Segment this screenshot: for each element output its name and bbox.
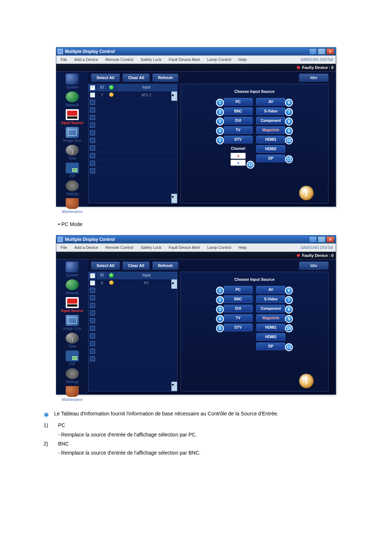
row-checkbox[interactable]	[90, 349, 95, 354]
source-dvi-button[interactable]: 3DVI	[224, 117, 253, 124]
row-checkbox[interactable]	[90, 153, 95, 158]
row-checkbox[interactable]	[90, 168, 95, 173]
row-checkbox[interactable]	[90, 333, 95, 338]
row-checkbox[interactable]	[90, 145, 95, 151]
source-magicinfo-button[interactable]: 9MagicInfo	[256, 126, 285, 134]
row-checkbox[interactable]	[90, 295, 95, 300]
sidebar-item-network[interactable]: Network	[58, 279, 86, 295]
source-av-button[interactable]: 6AV	[256, 98, 285, 106]
row-checkbox[interactable]	[90, 280, 95, 286]
header-input[interactable]: Input	[116, 272, 177, 279]
scroll-down-button[interactable]: ▾	[171, 194, 177, 203]
sidebar-item-image-size[interactable]: Image Size	[58, 127, 86, 143]
minimize-button[interactable]: _	[309, 236, 317, 243]
source-component-button[interactable]: 8Component	[256, 117, 285, 124]
menu-fault[interactable]: Fault Device Alert	[165, 56, 204, 63]
scroll-up-button[interactable]: ▴	[171, 91, 177, 101]
source-av-button[interactable]: 6AV	[256, 286, 285, 294]
source-bnc-button[interactable]: 2BNC	[224, 107, 253, 115]
select-all-button[interactable]: Select All	[91, 262, 120, 270]
sidebar-item-input-source[interactable]: Input Source	[58, 297, 86, 313]
source-hdmi2-button[interactable]: HDMI2	[256, 333, 285, 341]
menu-add-device[interactable]: Add a Device	[71, 56, 102, 63]
row-checkbox[interactable]	[90, 303, 95, 308]
menu-safety[interactable]: Safety Lock	[137, 244, 165, 251]
source-dtv-button[interactable]: 5DTV	[224, 136, 253, 143]
row-checkbox[interactable]	[90, 115, 95, 120]
source-dvi-button[interactable]: 3DVI	[224, 305, 253, 312]
row-checkbox[interactable]	[90, 123, 95, 128]
checkbox-icon[interactable]	[90, 85, 95, 90]
sidebar-item-pip[interactable]: PIP	[58, 163, 86, 178]
source-svideo-button[interactable]: 7S-Video	[256, 107, 285, 115]
sidebar-item-maintenance[interactable]: Maintenance	[58, 386, 86, 402]
maximize-button[interactable]: □	[318, 236, 326, 243]
header-id[interactable]: ID	[97, 84, 107, 91]
grid-body[interactable]: 7 ATV 2 ▴	[89, 91, 177, 203]
row-checkbox[interactable]	[90, 100, 95, 105]
source-tv-button[interactable]: 4TV	[224, 126, 253, 134]
menu-add-device[interactable]: Add a Device	[71, 244, 102, 251]
sidebar-item-image-size[interactable]: Image Size	[58, 315, 86, 331]
menu-remote[interactable]: Remote Control	[102, 56, 137, 63]
header-input[interactable]: Input	[116, 84, 177, 91]
source-bnc-button[interactable]: 2BNC	[224, 295, 253, 303]
source-dp-button[interactable]: 11DP	[256, 155, 285, 162]
sidebar-item-pip[interactable]: PIP	[58, 350, 86, 366]
refresh-button[interactable]: Refresh	[152, 262, 178, 270]
scroll-up-button[interactable]: ▴	[171, 279, 177, 289]
row-checkbox[interactable]	[90, 107, 95, 112]
grid-row[interactable]: 0 PC	[89, 279, 177, 287]
source-tv-button[interactable]: 4TV	[224, 314, 253, 322]
source-pc-button[interactable]: 1PC	[224, 98, 253, 106]
source-dtv-button[interactable]: 5DTV	[224, 324, 253, 331]
source-hdmi1-button[interactable]: 10HDMI1	[256, 324, 285, 331]
select-all-button[interactable]: Select All	[91, 74, 120, 82]
titlebar[interactable]: Multiple Display Control _ □ ×	[56, 48, 336, 56]
menu-lamp[interactable]: Lamp Control	[204, 56, 235, 63]
sidebar-item-network[interactable]: Network	[58, 91, 86, 107]
refresh-button[interactable]: Refresh	[152, 74, 178, 82]
channel-up-button[interactable]: ∧	[230, 153, 246, 159]
header-check[interactable]	[89, 272, 97, 279]
header-status[interactable]	[107, 272, 116, 279]
sidebar-item-settings[interactable]: Settings	[58, 180, 86, 196]
minimize-button[interactable]: _	[309, 48, 317, 55]
menu-lamp[interactable]: Lamp Control	[204, 244, 235, 251]
menu-help[interactable]: Help	[235, 56, 250, 63]
menu-file[interactable]: File	[57, 56, 71, 63]
sidebar-item-system[interactable]: System	[58, 262, 86, 277]
grid-row[interactable]: 7 ATV 2	[89, 91, 177, 99]
header-check[interactable]	[89, 84, 97, 91]
row-checkbox[interactable]	[90, 93, 95, 98]
grid-body[interactable]: 0 PC ▴	[89, 279, 177, 391]
row-checkbox[interactable]	[90, 318, 95, 323]
sidebar-item-time[interactable]: Time	[58, 145, 86, 160]
source-svideo-button[interactable]: 7S-Video	[256, 295, 285, 303]
row-checkbox[interactable]	[90, 138, 95, 143]
sidebar-item-input-source[interactable]: Input Source	[58, 109, 86, 125]
row-checkbox[interactable]	[90, 288, 95, 293]
row-checkbox[interactable]	[90, 130, 95, 135]
menu-safety[interactable]: Safety Lock	[137, 56, 165, 63]
channel-down-button[interactable]: ∨	[230, 160, 246, 166]
scroll-down-button[interactable]: ▾	[171, 382, 177, 391]
menu-file[interactable]: File	[57, 244, 71, 251]
source-dp-button[interactable]: 11DP	[256, 342, 285, 350]
source-hdmi2-button[interactable]: HDMI2	[256, 145, 285, 153]
source-component-button[interactable]: 8Component	[256, 305, 285, 312]
sidebar-item-settings[interactable]: Settings	[58, 368, 86, 384]
menu-help[interactable]: Help	[235, 244, 250, 251]
row-checkbox[interactable]	[90, 356, 95, 361]
checkbox-icon[interactable]	[90, 273, 95, 278]
close-button[interactable]: ×	[326, 48, 334, 55]
row-checkbox[interactable]	[90, 326, 95, 331]
menu-remote[interactable]: Remote Control	[102, 244, 137, 251]
menu-fault[interactable]: Fault Device Alert	[165, 244, 204, 251]
source-pc-button[interactable]: 1PC	[224, 286, 253, 294]
sidebar-item-time[interactable]: Time	[58, 333, 86, 348]
row-checkbox[interactable]	[90, 311, 95, 316]
source-magicinfo-button[interactable]: 9MagicInfo	[256, 314, 285, 322]
row-checkbox[interactable]	[90, 161, 95, 166]
close-button[interactable]: ×	[326, 236, 334, 243]
